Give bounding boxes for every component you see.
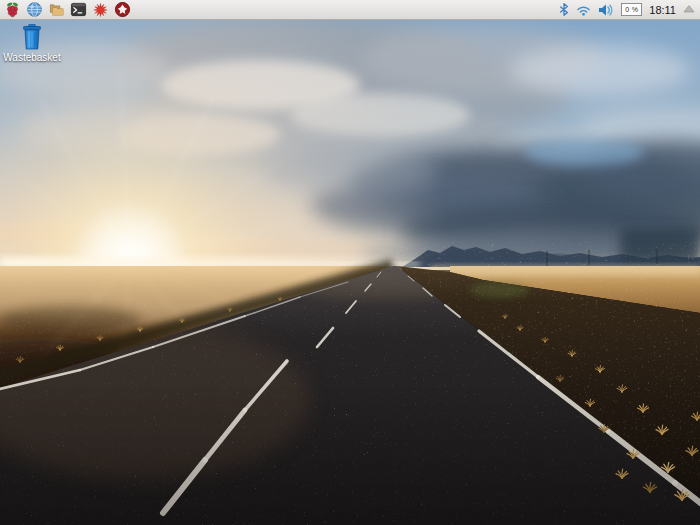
desktop-icon-label: Wastebasket bbox=[3, 52, 60, 63]
bluetooth-button[interactable] bbox=[559, 2, 569, 17]
terminal-button[interactable] bbox=[69, 1, 87, 19]
volume-icon bbox=[598, 3, 614, 17]
red-spikey-star-icon bbox=[92, 1, 109, 18]
desktop-wallpaper bbox=[0, 0, 700, 525]
taskbar: 0 % 18:11 bbox=[0, 0, 700, 20]
web-browser-button[interactable] bbox=[25, 1, 43, 19]
raspberry-pi-icon bbox=[4, 1, 21, 18]
menu-button[interactable] bbox=[3, 1, 21, 19]
folders-icon bbox=[48, 1, 65, 18]
eject-button[interactable] bbox=[683, 4, 695, 15]
cpu-usage-monitor[interactable]: 0 % bbox=[621, 3, 642, 16]
file-manager-button[interactable] bbox=[47, 1, 65, 19]
desktop-icon-wastebasket[interactable]: Wastebasket bbox=[4, 24, 60, 63]
system-tray: 0 % 18:11 bbox=[559, 0, 700, 20]
wolfram-button[interactable] bbox=[113, 1, 131, 19]
launcher-area bbox=[0, 1, 131, 19]
wastebasket-icon bbox=[19, 24, 45, 51]
volume-button[interactable] bbox=[598, 3, 614, 17]
cpu-usage-value: 0 % bbox=[625, 6, 638, 13]
terminal-icon bbox=[70, 1, 87, 18]
globe-icon bbox=[26, 1, 43, 18]
eject-icon bbox=[683, 4, 695, 15]
wifi-button[interactable] bbox=[576, 4, 591, 16]
wolfram-red-circle-icon bbox=[114, 1, 131, 18]
bluetooth-icon bbox=[559, 2, 569, 17]
wifi-icon bbox=[576, 4, 591, 16]
mathematica-button[interactable] bbox=[91, 1, 109, 19]
clock[interactable]: 18:11 bbox=[649, 0, 676, 20]
